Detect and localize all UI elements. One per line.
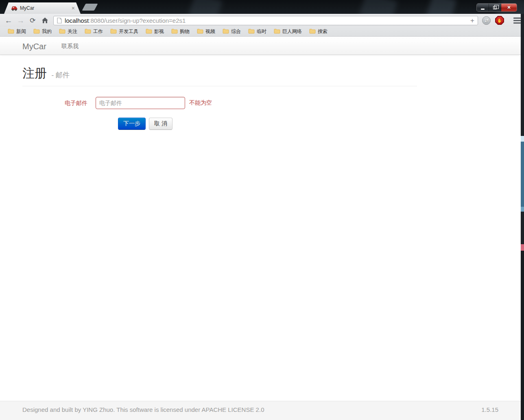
bookmark-folder[interactable]: 工作: [81, 27, 107, 36]
browser-tab[interactable]: MyCar ×: [4, 2, 81, 14]
folder-icon: [274, 28, 280, 35]
tab-title: MyCar: [20, 5, 72, 11]
desktop-edge-segment: [521, 244, 524, 251]
brand-link[interactable]: MyCar: [22, 42, 46, 51]
bookmark-label: 新闻: [16, 28, 26, 35]
sync-extension-icon[interactable]: ⇄: [482, 16, 491, 25]
minimize-button[interactable]: [477, 4, 489, 11]
extension-area: ⇄ ✋: [482, 16, 521, 25]
bookmark-label: 关注: [68, 28, 77, 35]
cancel-button[interactable]: 取 消: [149, 118, 172, 130]
folder-icon: [110, 28, 117, 35]
bookmark-folder[interactable]: 临时: [245, 27, 270, 36]
restore-icon: [493, 6, 497, 9]
menu-icon[interactable]: [513, 18, 521, 24]
bookmark-label: 视频: [205, 28, 215, 35]
back-icon[interactable]: ←: [2, 17, 15, 24]
site-footer: Designed and built by YING Zhuo. This so…: [0, 401, 521, 420]
bookmark-folder[interactable]: 影视: [142, 27, 168, 36]
email-error-text: 不能为空: [189, 99, 212, 107]
bookmark-folder[interactable]: 开发工具: [107, 27, 142, 36]
desktop-edge-segment: [521, 251, 524, 420]
folder-icon: [33, 28, 40, 35]
page-header: 注册 - 邮件: [22, 65, 417, 86]
bookmark-label: 搜索: [318, 28, 328, 35]
close-button[interactable]: ✕: [501, 4, 517, 11]
main-content: 注册 - 邮件 电子邮件 不能为空 下一步 取 消: [0, 65, 521, 130]
page: MyCar 联系我 注册 - 邮件 电子邮件 不能为空 下一步 取 消 Desi…: [0, 37, 521, 420]
form-actions: 下一步 取 消: [118, 118, 521, 130]
refresh-icon[interactable]: ⟳: [27, 17, 39, 24]
bookmark-label: 工作: [93, 28, 103, 35]
forward-icon[interactable]: →: [15, 17, 27, 24]
bookmark-folder[interactable]: 综合: [219, 27, 245, 36]
tab-close-icon[interactable]: ×: [72, 5, 75, 11]
desktop-edge-segment: [521, 142, 524, 207]
bookmark-folder[interactable]: 视频: [193, 27, 219, 36]
address-bar[interactable]: localhost:8080/user/sign-up?execution=e2…: [53, 16, 478, 25]
page-title: 注册: [22, 66, 47, 80]
folder-icon: [146, 28, 152, 35]
bookmark-label: 影视: [154, 28, 164, 35]
folder-icon: [85, 28, 91, 35]
wallpaper-streak: [426, 0, 457, 14]
bookmark-folder[interactable]: 购物: [168, 27, 193, 36]
bookmark-label: 综合: [231, 28, 241, 35]
folder-icon: [59, 28, 66, 35]
footer-version: 1.5.15: [481, 406, 498, 413]
adblock-extension-icon[interactable]: ✋: [495, 16, 504, 25]
bookmark-folder[interactable]: 巨人网络: [270, 27, 306, 36]
bookmark-folder[interactable]: 我的: [30, 27, 55, 36]
bookmark-label: 巨人网络: [282, 28, 302, 35]
email-label: 电子邮件: [22, 99, 87, 107]
nav-contact-link[interactable]: 联系我: [61, 43, 79, 50]
bookmark-label: 开发工具: [119, 28, 138, 35]
bookmark-folder[interactable]: 新闻: [4, 27, 30, 36]
bookmark-label: 购物: [180, 28, 190, 35]
folder-icon: [309, 28, 316, 35]
bookmark-folder[interactable]: 关注: [55, 27, 81, 36]
desktop-edge-segment: [521, 207, 524, 212]
url-host: localhost: [65, 17, 89, 24]
folder-icon: [8, 28, 14, 35]
folder-icon: [223, 28, 229, 35]
email-form-row: 电子邮件 不能为空: [22, 97, 521, 109]
minimize-icon: [481, 9, 485, 10]
next-button[interactable]: 下一步: [118, 118, 146, 130]
home-icon[interactable]: [39, 17, 51, 24]
favicon-car-icon: [11, 5, 17, 11]
folder-icon: [197, 28, 203, 35]
url-path: :8080/user/sign-up?execution=e2s1: [89, 17, 186, 24]
close-icon: ✕: [507, 5, 511, 10]
browser-toolbar: ← → ⟳ localhost:8080/user/sign-up?execut…: [0, 14, 521, 27]
wallpaper-streak: [359, 0, 398, 14]
bookmarks-bar: 新闻 我的 关注 工作 开发工具 影视 购物 视频 综合 临时 巨人网络 搜索: [0, 27, 521, 37]
email-field[interactable]: [96, 97, 185, 109]
desktop-edge-segment: [521, 136, 524, 142]
bookmark-label: 临时: [257, 28, 266, 35]
page-subtitle: - 邮件: [51, 71, 69, 79]
page-document-icon: [57, 18, 62, 24]
screen: MyCar × ✕ ← → ⟳ localhost:8080/user/sign…: [0, 0, 524, 420]
footer-credit-text: Designed and built by YING Zhuo. This so…: [22, 406, 264, 413]
site-navbar: MyCar 联系我: [0, 38, 521, 55]
bookmark-label: 我的: [42, 28, 52, 35]
bookmark-folder[interactable]: 搜索: [306, 27, 331, 36]
folder-icon: [248, 28, 255, 35]
wallpaper-streak: [188, 0, 223, 14]
desktop-edge: [521, 14, 524, 420]
url-text[interactable]: localhost:8080/user/sign-up?execution=e2…: [65, 17, 186, 24]
add-icon[interactable]: +: [470, 17, 474, 24]
folder-icon: [171, 28, 178, 35]
restore-button[interactable]: [489, 4, 501, 11]
stop-hand-icon: ✋: [496, 17, 503, 24]
window-controls: ✕: [477, 4, 517, 11]
